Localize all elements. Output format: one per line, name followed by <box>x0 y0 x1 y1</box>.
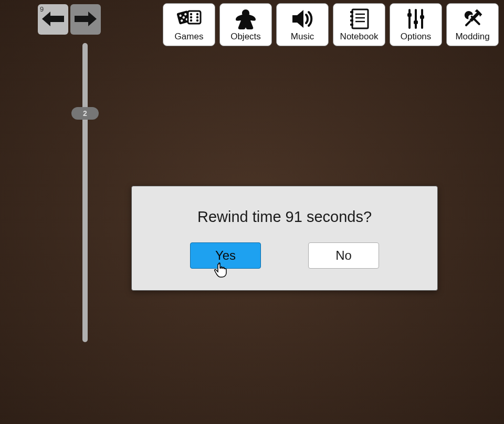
svg-rect-13 <box>352 9 368 28</box>
svg-point-12 <box>196 19 198 22</box>
notebook-button[interactable]: Notebook <box>333 3 385 46</box>
music-label: Music <box>291 31 314 42</box>
games-button[interactable]: Games <box>163 3 215 46</box>
slider-handle[interactable]: 2 <box>71 107 99 120</box>
no-button[interactable]: No <box>308 242 379 269</box>
no-label: No <box>335 248 352 263</box>
svg-rect-6 <box>188 11 201 24</box>
slider-value: 2 <box>83 109 87 118</box>
dice-icon <box>176 7 202 30</box>
svg-point-7 <box>190 13 192 15</box>
svg-rect-17 <box>350 11 353 13</box>
yes-label: Yes <box>215 248 236 263</box>
options-label: Options <box>401 31 432 42</box>
arrow-left-icon <box>42 12 64 28</box>
confirm-dialog: Rewind time 91 seconds? Yes No <box>131 186 438 291</box>
history-buttons: 9 <box>38 4 101 35</box>
undo-count: 9 <box>40 5 44 13</box>
objects-button[interactable]: Objects <box>219 3 272 46</box>
svg-rect-25 <box>414 20 418 24</box>
notebook-label: Notebook <box>340 31 379 42</box>
sliders-icon <box>403 7 429 30</box>
notebook-icon <box>346 7 372 30</box>
dialog-message: Rewind time 91 seconds? <box>197 208 372 226</box>
slider-track <box>82 43 88 342</box>
modding-label: Modding <box>455 31 489 42</box>
top-toolbar: Games Objects Music <box>163 3 499 46</box>
svg-rect-24 <box>407 13 412 17</box>
svg-rect-18 <box>350 15 353 17</box>
redo-button[interactable] <box>70 4 101 35</box>
svg-rect-28 <box>465 20 471 27</box>
dialog-buttons: Yes No <box>190 242 379 269</box>
objects-label: Objects <box>230 31 261 42</box>
svg-point-10 <box>196 16 198 18</box>
modding-button[interactable]: Modding <box>446 3 499 46</box>
svg-rect-26 <box>420 15 424 19</box>
rewind-slider[interactable]: 2 <box>75 43 96 342</box>
meeple-icon <box>233 7 259 30</box>
svg-point-11 <box>190 19 192 22</box>
yes-button[interactable]: Yes <box>190 242 261 269</box>
tools-icon <box>459 7 486 30</box>
options-button[interactable]: Options <box>390 3 442 46</box>
svg-point-9 <box>190 16 192 18</box>
svg-rect-19 <box>350 19 353 22</box>
music-button[interactable]: Music <box>276 3 329 46</box>
svg-point-8 <box>196 13 198 15</box>
undo-button[interactable]: 9 <box>38 4 68 35</box>
svg-rect-20 <box>350 24 353 26</box>
games-label: Games <box>175 31 204 42</box>
arrow-right-icon <box>75 12 97 28</box>
speaker-icon <box>289 7 316 30</box>
